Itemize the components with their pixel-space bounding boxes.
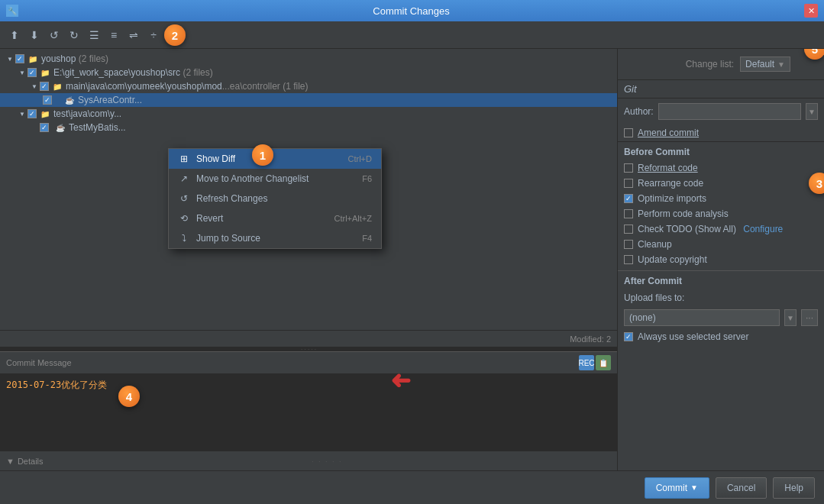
author-label: Author: bbox=[624, 106, 654, 117]
commit-dropdown-arrow[interactable]: ▼ bbox=[690, 483, 698, 492]
annotation-2: 2 bbox=[164, 24, 186, 46]
upload-dropdown-btn[interactable]: ▼ bbox=[784, 309, 797, 326]
toolbar-btn-1[interactable]: ⬆ bbox=[6, 27, 23, 44]
expand-arrow: ▼ bbox=[18, 69, 26, 76]
tree-checkbox[interactable]: ✓ bbox=[27, 68, 37, 77]
option-todo[interactable]: Check TODO (Show All) Configure bbox=[618, 221, 824, 237]
always-use-checkbox[interactable]: ✓ bbox=[624, 332, 633, 341]
folder-icon: 📁 bbox=[27, 53, 38, 64]
before-commit-header: Before Commit bbox=[618, 142, 824, 160]
amend-checkbox[interactable] bbox=[624, 128, 633, 137]
details-bar[interactable]: ▼ Details · · · · · bbox=[0, 451, 617, 470]
optimize-checkbox[interactable]: ✓ bbox=[624, 194, 633, 203]
reformat-label: Reformat code bbox=[638, 163, 698, 173]
details-expand-arrow: ▼ bbox=[6, 457, 15, 466]
context-menu-revert[interactable]: ⟲ Revert Ctrl+Alt+Z bbox=[169, 208, 381, 228]
amend-row[interactable]: Amend commit bbox=[618, 124, 824, 142]
tree-checkbox[interactable]: ✓ bbox=[40, 123, 49, 132]
revert-label: Revert bbox=[196, 213, 322, 224]
toolbar-btn-8[interactable]: ÷ bbox=[145, 27, 162, 44]
window-title: Commit Changes bbox=[373, 5, 449, 17]
java-file-icon: ☕ bbox=[55, 122, 66, 133]
file-tree-area[interactable]: ▼ ✓ 📁 youshop (2 files) ▼ ✓ 📁 E:\git_wor… bbox=[0, 49, 617, 330]
changelist-select[interactable]: Default ▼ bbox=[740, 57, 790, 72]
always-use-label: Always use selected server bbox=[638, 331, 748, 342]
context-menu-refresh[interactable]: ↺ Refresh Changes bbox=[169, 189, 381, 208]
toolbar-btn-6[interactable]: ≡ bbox=[105, 27, 122, 44]
option-optimize[interactable]: ✓ Optimize imports bbox=[618, 191, 824, 206]
changelist-header: Change list: Default ▼ 5 bbox=[618, 49, 824, 80]
todo-configure-link[interactable]: Configure bbox=[743, 224, 783, 234]
context-menu-show-diff[interactable]: ⊞ Show Diff Ctrl+D bbox=[169, 149, 381, 169]
author-input[interactable] bbox=[658, 103, 801, 120]
tree-label: TestMyBatis... bbox=[69, 122, 126, 133]
rearrange-checkbox[interactable] bbox=[624, 179, 633, 188]
expand-arrow: ▼ bbox=[18, 110, 26, 118]
tree-label: SysAreaContr... bbox=[78, 95, 142, 105]
title-bar-left: 🔧 bbox=[6, 5, 18, 17]
rearrange-label: Rearrange code bbox=[638, 178, 703, 189]
commit-button[interactable]: Commit ▼ bbox=[645, 477, 709, 499]
refresh-label: Refresh Changes bbox=[196, 193, 360, 204]
tree-checkbox[interactable]: ✓ bbox=[15, 54, 24, 63]
annotation-5: 5 bbox=[804, 49, 824, 60]
changelist-label: Change list: bbox=[686, 59, 734, 69]
cancel-button[interactable]: Cancel bbox=[716, 477, 767, 499]
toolbar-btn-4[interactable]: ↻ bbox=[66, 27, 82, 44]
option-cleanup[interactable]: Cleanup bbox=[618, 237, 824, 252]
analysis-checkbox[interactable] bbox=[624, 209, 633, 218]
tree-label: main\java\com\youmeek\youshop\mod bbox=[66, 81, 222, 92]
commit-message-toolbar: REC 📋 bbox=[579, 355, 611, 370]
app-icon: 🔧 bbox=[6, 5, 18, 17]
copyright-checkbox[interactable] bbox=[624, 255, 633, 264]
show-diff-shortcut: Ctrl+D bbox=[348, 154, 372, 163]
option-copyright[interactable]: Update copyright bbox=[618, 252, 824, 267]
annotation-4: 4 bbox=[118, 386, 140, 407]
tree-checkbox[interactable]: ✓ bbox=[27, 109, 37, 118]
commit-message-area: Commit Message REC 📋 2015-07-23优化了分类 ➜ 4 bbox=[0, 351, 617, 451]
optimize-label: Optimize imports bbox=[638, 193, 706, 204]
cleanup-checkbox[interactable] bbox=[624, 240, 633, 249]
modified-text: Modified: 2 bbox=[570, 334, 611, 344]
paste-button[interactable]: 📋 bbox=[596, 355, 611, 370]
copyright-label: Update copyright bbox=[638, 254, 707, 265]
left-panel: ▼ ✓ 📁 youshop (2 files) ▼ ✓ 📁 E:\git_wor… bbox=[0, 49, 618, 470]
right-panel: Change list: Default ▼ 5 Git Author: ▼ A… bbox=[618, 49, 824, 470]
toolbar-btn-3[interactable]: ↺ bbox=[46, 27, 63, 44]
help-button[interactable]: Help bbox=[773, 477, 815, 499]
todo-checkbox[interactable] bbox=[624, 225, 633, 234]
reformat-checkbox[interactable] bbox=[624, 163, 633, 173]
toolbar-btn-5[interactable]: ☰ bbox=[86, 27, 102, 44]
option-reformat[interactable]: Reformat code bbox=[618, 160, 824, 176]
record-button[interactable]: REC bbox=[579, 355, 594, 370]
main-container: ⬆ ⬇ ↺ ↻ ☰ ≡ ⇌ ÷ 2 ▼ ✓ 📁 youshop (2 files… bbox=[0, 21, 824, 504]
tree-checkbox[interactable]: ✓ bbox=[40, 82, 49, 91]
close-button[interactable]: ✕ bbox=[804, 4, 818, 18]
tree-item-testmybatis[interactable]: ✓ ☕ TestMyBatis... bbox=[0, 121, 617, 134]
option-rearrange[interactable]: Rearrange code 3 bbox=[618, 176, 824, 191]
tree-item-sysarea[interactable]: ✓ ☕ SysAreaContr... bbox=[0, 93, 617, 107]
upload-select-row: (none) ▼ ··· bbox=[618, 306, 824, 329]
author-dropdown[interactable]: ▼ bbox=[806, 103, 818, 120]
tree-checkbox[interactable]: ✓ bbox=[43, 95, 52, 105]
details-label: Details bbox=[18, 457, 44, 466]
folder-icon: 📁 bbox=[40, 67, 50, 78]
changelist-value: Default bbox=[745, 59, 774, 69]
jump-source-label: Jump to Source bbox=[196, 233, 350, 244]
toolbar-btn-2[interactable]: ⬇ bbox=[26, 27, 43, 44]
context-menu-move-changelist[interactable]: ↗ Move to Another Changelist F6 bbox=[169, 169, 381, 189]
annotation-3: 3 bbox=[809, 173, 824, 194]
tree-item-youshop[interactable]: ▼ ✓ 📁 youshop (2 files) bbox=[0, 52, 617, 66]
upload-more-btn[interactable]: ··· bbox=[801, 309, 818, 326]
tree-item-test[interactable]: ▼ ✓ 📁 test\java\com\y... bbox=[0, 107, 617, 121]
tree-item-src[interactable]: ▼ ✓ 📁 E:\git_work_space\youshop\src (2 f… bbox=[0, 66, 617, 79]
tree-item-controller[interactable]: ▼ ✓ 📁 main\java\com\youmeek\youshop\mod … bbox=[0, 79, 617, 93]
commit-message-text[interactable]: 2015-07-23优化了分类 bbox=[0, 374, 617, 435]
always-use-row[interactable]: ✓ Always use selected server bbox=[618, 329, 824, 344]
cleanup-label: Cleanup bbox=[638, 239, 672, 250]
amend-label[interactable]: Amend commit bbox=[638, 128, 699, 138]
option-analysis[interactable]: Perform code analysis bbox=[618, 206, 824, 221]
context-menu-jump-source[interactable]: ⤵ Jump to Source F4 bbox=[169, 228, 381, 248]
commit-label: Commit bbox=[656, 483, 687, 493]
toolbar-btn-7[interactable]: ⇌ bbox=[125, 27, 142, 44]
